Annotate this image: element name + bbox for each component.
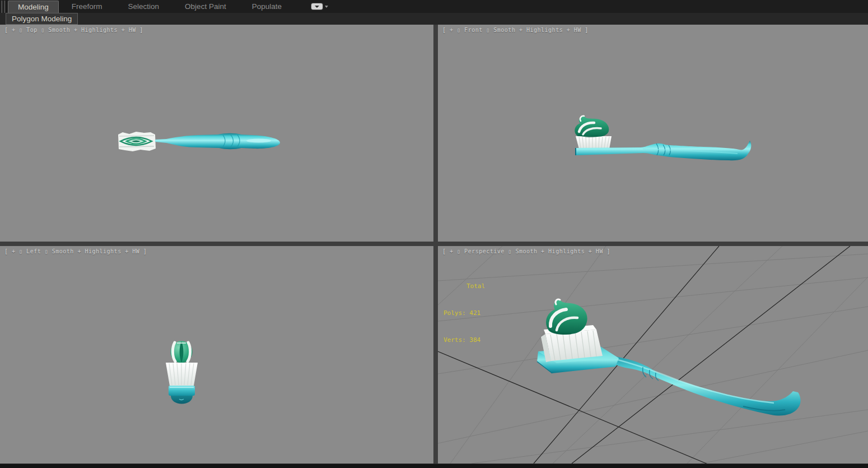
viewport-area: [ + ▯ Top ▯ Smooth + Highlights + HW ] bbox=[0, 25, 868, 464]
bottom-edge-strip bbox=[0, 464, 868, 468]
viewport-perspective-label[interactable]: [ + ▯ Perspective ▯ Smooth + Highlights … bbox=[442, 248, 610, 254]
toothbrush-left-view-model[interactable] bbox=[0, 246, 433, 464]
viewport-perspective[interactable]: [ + ▯ Perspective ▯ Smooth + Highlights … bbox=[438, 246, 868, 464]
toothbrush-perspective-model[interactable] bbox=[537, 299, 801, 415]
stats-verts: Verts: 384 bbox=[444, 336, 485, 345]
ribbon-config-button[interactable] bbox=[311, 3, 328, 10]
perspective-scene[interactable] bbox=[438, 246, 868, 464]
ribbon-config-icon bbox=[311, 3, 323, 10]
viewport-front-label[interactable]: [ + ▯ Front ▯ Smooth + Highlights + HW ] bbox=[442, 27, 589, 33]
viewport-top[interactable]: [ + ▯ Top ▯ Smooth + Highlights + HW ] bbox=[0, 25, 433, 242]
viewport-left-label[interactable]: [ + ▯ Left ▯ Smooth + Highlights + HW ] bbox=[4, 248, 147, 254]
panel-tab-polygon-modeling[interactable]: Polygon Modeling bbox=[6, 13, 78, 25]
ribbon-tab-row: Modeling Freeform Selection Object Paint… bbox=[8, 0, 328, 13]
poly-stats-readout: Total Polys: 421 Verts: 384 bbox=[444, 264, 485, 363]
tab-object-paint[interactable]: Object Paint bbox=[172, 0, 239, 13]
stats-polys: Polys: 421 bbox=[444, 309, 485, 318]
viewport-left[interactable]: [ + ▯ Left ▯ Smooth + Highlights + HW ] bbox=[0, 246, 433, 464]
stats-total-label: Total bbox=[444, 282, 485, 291]
grid-lines bbox=[438, 246, 868, 464]
ribbon-panel-row: Polygon Modeling bbox=[0, 13, 868, 25]
viewport-top-label[interactable]: [ + ▯ Top ▯ Smooth + Highlights + HW ] bbox=[4, 27, 143, 33]
viewport-splitter-vertical[interactable] bbox=[433, 25, 438, 464]
viewport-front[interactable]: [ + ▯ Front ▯ Smooth + Highlights + HW ] bbox=[438, 25, 868, 242]
toothbrush-top-view-model[interactable] bbox=[0, 25, 433, 242]
ribbon: Modeling Freeform Selection Object Paint… bbox=[0, 0, 868, 25]
caret-down-icon bbox=[325, 6, 328, 8]
tab-modeling[interactable]: Modeling bbox=[8, 1, 59, 13]
tab-populate[interactable]: Populate bbox=[239, 0, 295, 13]
tab-freeform[interactable]: Freeform bbox=[59, 0, 115, 13]
grid-axis-lines bbox=[438, 246, 850, 464]
toothbrush-front-view-model[interactable] bbox=[438, 25, 868, 242]
3d-modeling-app-window: Modeling Freeform Selection Object Paint… bbox=[0, 0, 868, 468]
tab-selection[interactable]: Selection bbox=[115, 0, 172, 13]
